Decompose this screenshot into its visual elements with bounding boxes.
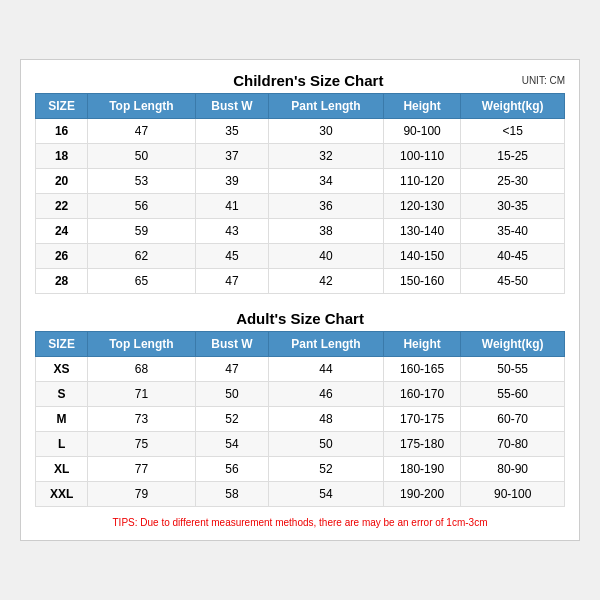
table-cell: 24 (36, 219, 88, 244)
table-cell: 58 (195, 482, 269, 507)
table-cell: 32 (269, 144, 384, 169)
table-cell: 160-165 (383, 357, 461, 382)
table-cell: 140-150 (383, 244, 461, 269)
table-cell: 26 (36, 244, 88, 269)
table-row: 18503732100-11015-25 (36, 144, 565, 169)
children-col-header: Bust W (195, 94, 269, 119)
adults-title: Adult's Size Chart (95, 310, 505, 327)
table-cell: 50 (269, 432, 384, 457)
table-cell: 68 (88, 357, 195, 382)
table-cell: 35 (195, 119, 269, 144)
table-cell: 160-170 (383, 382, 461, 407)
table-cell: 60-70 (461, 407, 565, 432)
table-cell: 41 (195, 194, 269, 219)
table-cell: 48 (269, 407, 384, 432)
table-cell: 150-160 (383, 269, 461, 294)
table-cell: 53 (88, 169, 195, 194)
children-col-header: SIZE (36, 94, 88, 119)
table-cell: 120-130 (383, 194, 461, 219)
table-cell: 71 (88, 382, 195, 407)
table-row: 28654742150-16045-50 (36, 269, 565, 294)
table-cell: 38 (269, 219, 384, 244)
adults-title-row: Adult's Size Chart (35, 310, 565, 327)
table-cell: 54 (195, 432, 269, 457)
children-title: Children's Size Chart (95, 72, 522, 89)
table-row: XS684744160-16550-55 (36, 357, 565, 382)
table-cell: 52 (195, 407, 269, 432)
table-cell: 42 (269, 269, 384, 294)
table-cell: 36 (269, 194, 384, 219)
table-row: 1647353090-100<15 (36, 119, 565, 144)
table-cell: 55-60 (461, 382, 565, 407)
table-cell: 52 (269, 457, 384, 482)
table-cell: 44 (269, 357, 384, 382)
table-cell: 22 (36, 194, 88, 219)
table-cell: 16 (36, 119, 88, 144)
table-cell: 90-100 (383, 119, 461, 144)
table-cell: 47 (195, 269, 269, 294)
adults-col-header: Weight(kg) (461, 332, 565, 357)
table-cell: XS (36, 357, 88, 382)
table-cell: 56 (88, 194, 195, 219)
table-cell: XXL (36, 482, 88, 507)
table-cell: L (36, 432, 88, 457)
table-cell: 90-100 (461, 482, 565, 507)
adults-table: SIZETop LengthBust WPant LengthHeightWei… (35, 331, 565, 507)
table-cell: 190-200 (383, 482, 461, 507)
table-cell: 47 (195, 357, 269, 382)
table-row: 22564136120-13030-35 (36, 194, 565, 219)
table-cell: 62 (88, 244, 195, 269)
table-cell: M (36, 407, 88, 432)
table-row: 26624540140-15040-45 (36, 244, 565, 269)
children-header-row: SIZETop LengthBust WPant LengthHeightWei… (36, 94, 565, 119)
table-cell: 170-175 (383, 407, 461, 432)
adults-col-header: Bust W (195, 332, 269, 357)
table-cell: 25-30 (461, 169, 565, 194)
table-cell: 50 (88, 144, 195, 169)
table-cell: 70-80 (461, 432, 565, 457)
table-cell: 59 (88, 219, 195, 244)
table-cell: 73 (88, 407, 195, 432)
table-cell: 20 (36, 169, 88, 194)
table-cell: 45 (195, 244, 269, 269)
table-cell: 65 (88, 269, 195, 294)
table-cell: 110-120 (383, 169, 461, 194)
table-cell: 80-90 (461, 457, 565, 482)
table-cell: XL (36, 457, 88, 482)
table-cell: 15-25 (461, 144, 565, 169)
table-cell: 79 (88, 482, 195, 507)
table-cell: 37 (195, 144, 269, 169)
table-cell: 47 (88, 119, 195, 144)
table-row: S715046160-17055-60 (36, 382, 565, 407)
table-cell: 40 (269, 244, 384, 269)
table-cell: 50 (195, 382, 269, 407)
table-cell: 40-45 (461, 244, 565, 269)
children-col-header: Height (383, 94, 461, 119)
table-row: 20533934110-12025-30 (36, 169, 565, 194)
table-row: L755450175-18070-80 (36, 432, 565, 457)
table-cell: 45-50 (461, 269, 565, 294)
table-cell: 34 (269, 169, 384, 194)
adults-col-header: SIZE (36, 332, 88, 357)
table-cell: <15 (461, 119, 565, 144)
table-cell: 50-55 (461, 357, 565, 382)
adults-header-row: SIZETop LengthBust WPant LengthHeightWei… (36, 332, 565, 357)
size-chart-card: Children's Size Chart UNIT: CM SIZETop L… (20, 59, 580, 541)
adults-col-header: Pant Length (269, 332, 384, 357)
children-title-row: Children's Size Chart UNIT: CM (35, 72, 565, 89)
table-row: 24594338130-14035-40 (36, 219, 565, 244)
table-cell: 46 (269, 382, 384, 407)
table-cell: 56 (195, 457, 269, 482)
table-cell: 30-35 (461, 194, 565, 219)
table-cell: 100-110 (383, 144, 461, 169)
table-row: XXL795854190-20090-100 (36, 482, 565, 507)
children-col-header: Top Length (88, 94, 195, 119)
tips-text: TIPS: Due to different measurement metho… (35, 517, 565, 528)
adults-col-header: Top Length (88, 332, 195, 357)
table-cell: 18 (36, 144, 88, 169)
children-col-header: Pant Length (269, 94, 384, 119)
table-cell: 180-190 (383, 457, 461, 482)
unit-label: UNIT: CM (522, 75, 565, 86)
table-row: XL775652180-19080-90 (36, 457, 565, 482)
table-cell: 28 (36, 269, 88, 294)
